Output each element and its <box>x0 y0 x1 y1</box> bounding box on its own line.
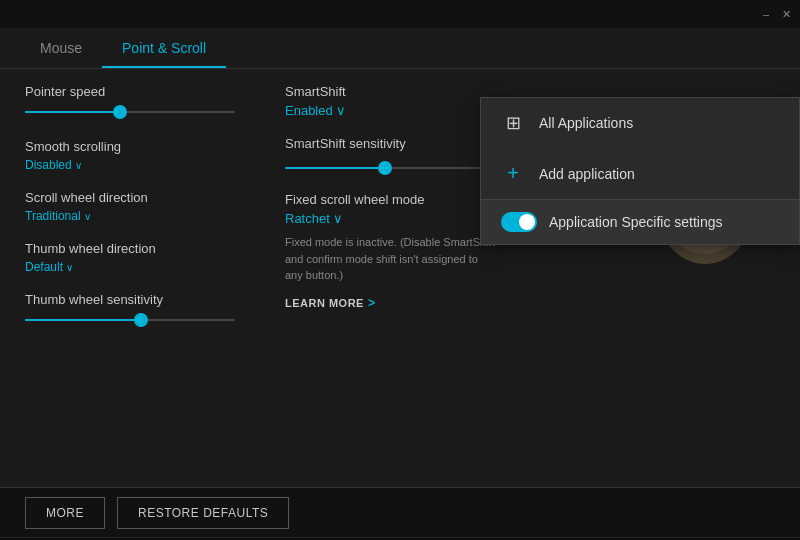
learn-more-link[interactable]: LEARN MORE > <box>285 296 775 310</box>
main-content: Pointer speed Smooth scrolling Disabled … <box>0 69 800 487</box>
minimize-button[interactable]: – <box>760 8 772 20</box>
smooth-scrolling-group: Smooth scrolling Disabled ∨ <box>25 139 235 172</box>
thumb-wheel-direction-group: Thumb wheel direction Default ∨ <box>25 241 235 274</box>
title-bar: – ✕ <box>0 0 800 28</box>
scroll-wheel-direction-label: Scroll wheel direction <box>25 190 235 205</box>
scroll-wheel-direction-chevron: ∨ <box>84 211 91 222</box>
restore-defaults-button[interactable]: RESTORE DEFAULTS <box>117 497 289 529</box>
tab-mouse[interactable]: Mouse <box>20 28 102 68</box>
smartshift-sensitivity-slider[interactable] <box>285 159 485 177</box>
pointer-speed-slider[interactable] <box>25 103 235 121</box>
fixed-scroll-description: Fixed mode is inactive. (Disable SmartSh… <box>285 234 495 284</box>
more-button[interactable]: MORE <box>25 497 105 529</box>
pointer-speed-fill <box>25 111 120 113</box>
smooth-scrolling-chevron: ∨ <box>75 160 82 171</box>
dropdown-add-application-label: Add application <box>539 166 635 182</box>
pointer-speed-label: Pointer speed <box>25 84 235 99</box>
dropdown-add-application[interactable]: + Add application <box>481 148 799 199</box>
smooth-scrolling-label: Smooth scrolling <box>25 139 235 154</box>
app-specific-bar[interactable]: Application Specific settings <box>481 200 799 244</box>
learn-more-arrow-icon: > <box>368 296 376 310</box>
app-specific-toggle[interactable] <box>501 212 537 232</box>
scroll-wheel-direction-group: Scroll wheel direction Traditional ∨ <box>25 190 235 223</box>
tab-point-scroll[interactable]: Point & Scroll <box>102 28 226 68</box>
thumb-wheel-sensitivity-track <box>25 319 235 321</box>
left-panel: Pointer speed Smooth scrolling Disabled … <box>0 69 260 487</box>
pointer-speed-thumb[interactable] <box>113 105 127 119</box>
smartshift-sensitivity-fill <box>285 167 385 169</box>
bottom-bar: MORE RESTORE DEFAULTS <box>0 487 800 537</box>
smartshift-sensitivity-track <box>285 167 485 169</box>
tab-bar: Mouse Point & Scroll <box>0 28 800 69</box>
thumb-wheel-direction-label: Thumb wheel direction <box>25 241 235 256</box>
all-apps-icon: ⊞ <box>501 112 525 134</box>
smartshift-chevron: ∨ <box>336 103 346 118</box>
scroll-wheel-direction-value[interactable]: Traditional ∨ <box>25 209 235 223</box>
app-specific-label: Application Specific settings <box>549 214 723 230</box>
pointer-speed-group: Pointer speed <box>25 84 235 121</box>
close-button[interactable]: ✕ <box>780 8 792 20</box>
thumb-wheel-sensitivity-fill <box>25 319 141 321</box>
right-panel: SmartShift Enabled ∨ SmartShift sensitiv… <box>260 69 800 487</box>
dropdown-all-applications[interactable]: ⊞ All Applications <box>481 98 799 148</box>
thumb-wheel-direction-value[interactable]: Default ∨ <box>25 260 235 274</box>
dropdown-all-applications-label: All Applications <box>539 115 633 131</box>
smartshift-sensitivity-thumb[interactable] <box>378 161 392 175</box>
thumb-wheel-sensitivity-thumb[interactable] <box>134 313 148 327</box>
smooth-scrolling-value[interactable]: Disabled ∨ <box>25 158 235 172</box>
thumb-wheel-sensitivity-slider[interactable] <box>25 311 235 329</box>
toggle-thumb <box>519 214 535 230</box>
fixed-scroll-chevron: ∨ <box>333 211 343 226</box>
dropdown-overlay: ⊞ All Applications + Add application App… <box>480 97 800 245</box>
pointer-speed-track <box>25 111 235 113</box>
add-app-icon: + <box>501 162 525 185</box>
thumb-wheel-direction-chevron: ∨ <box>66 262 73 273</box>
thumb-wheel-sensitivity-label: Thumb wheel sensitivity <box>25 292 235 307</box>
thumb-wheel-sensitivity-group: Thumb wheel sensitivity <box>25 292 235 329</box>
